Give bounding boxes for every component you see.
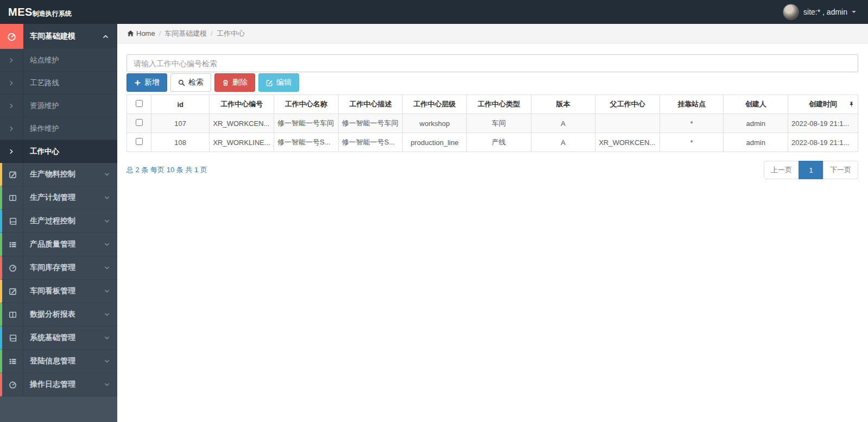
cell-id: 107 — [151, 114, 210, 133]
search-button-label: 检索 — [188, 78, 204, 87]
cell-create-time: 2022-08-19 21:1... — [788, 133, 858, 152]
app-logo[interactable]: MES制造执行系统 — [0, 6, 117, 18]
pin-icon[interactable] — [848, 102, 854, 108]
add-button[interactable]: 新增 — [126, 73, 167, 92]
trash-icon — [222, 79, 229, 86]
sidebar-item[interactable]: 车间看板管理 — [0, 280, 117, 303]
column-header[interactable]: 工作中心编号 — [210, 95, 274, 114]
breadcrumb-home-label: Home — [136, 29, 155, 37]
column-header-label: 版本 — [556, 100, 570, 108]
column-header[interactable]: 版本 — [531, 95, 595, 114]
book-icon — [2, 326, 23, 349]
user-menu[interactable]: site:* , admin — [783, 4, 868, 20]
sidebar-item[interactable]: 系统基础管理 — [0, 326, 117, 350]
column-header-label: 工作中心名称 — [285, 100, 327, 108]
sidebar-item-label: 操作日志管理 — [30, 380, 104, 389]
work-center-table: id 工作中心编号 工作中心名称 — [126, 95, 858, 152]
cell-site: * — [660, 133, 724, 152]
sidebar-submenu-item[interactable]: 站点维护 — [0, 49, 117, 72]
pagination-bar: 总 2 条 每页 10 条 共 1 页 上一页 1 下一页 — [126, 161, 858, 179]
column-header[interactable]: 工作中心描述 — [338, 95, 403, 114]
chevron-right-icon — [0, 95, 23, 117]
chevron-down-icon — [104, 195, 110, 200]
chevron-down-icon — [104, 172, 110, 177]
table-row[interactable]: 107 XR_WORKCEN... 修一智能一号车间 修一智能一号车间 work… — [127, 114, 858, 133]
column-header-label: 工作中心编号 — [220, 100, 263, 108]
select-all-checkbox[interactable] — [136, 100, 143, 107]
cell-level: workshop — [403, 114, 467, 133]
cell-parent: XR_WORKCEN... — [595, 133, 660, 152]
sidebar-submenu-item[interactable]: 操作维护 — [0, 117, 117, 140]
sidebar-item[interactable]: 生产物料控制 — [0, 163, 117, 186]
logo-text-rest: 制造执行系统 — [33, 10, 72, 17]
cell-version: A — [531, 114, 595, 133]
table-row[interactable]: 108 XR_WORKLINE... 修一智能一号S... 修一智能一号S...… — [127, 133, 858, 152]
sidebar-item[interactable]: 数据分析报表 — [0, 303, 117, 326]
column-header[interactable]: id — [151, 95, 210, 114]
chevron-down-icon — [104, 358, 110, 364]
pencil-square-icon — [2, 163, 23, 186]
chevron-down-icon — [104, 312, 110, 317]
sidebar-submenu-label: 站点维护 — [30, 55, 59, 65]
tachometer-icon — [2, 256, 23, 279]
breadcrumb-section[interactable]: 车间基础建模 — [164, 29, 207, 39]
sidebar-item[interactable]: 登陆信息管理 — [0, 350, 117, 373]
pager: 上一页 1 下一页 — [764, 161, 858, 179]
column-header[interactable]: 工作中心层级 — [403, 95, 467, 114]
sidebar-item[interactable]: 车间库存管理 — [0, 256, 117, 280]
sidebar-submenu-label: 资源维护 — [30, 101, 59, 111]
sidebar-submenu-item[interactable]: 资源维护 — [0, 95, 117, 117]
column-header[interactable]: 父工作中心 — [595, 95, 660, 114]
sidebar-item[interactable]: 产品质量管理 — [0, 233, 117, 256]
cell-site: * — [660, 114, 724, 133]
cell-name: 修一智能一号S... — [274, 133, 339, 152]
cell-creator: admin — [724, 114, 788, 133]
sidebar-item[interactable]: 操作日志管理 — [0, 373, 117, 396]
columns-icon — [2, 186, 23, 209]
row-checkbox[interactable] — [136, 119, 143, 126]
delete-button[interactable]: 删除 — [214, 73, 255, 92]
sidebar-submenu-item[interactable]: 工作中心 — [0, 140, 117, 163]
sidebar-submenu: 站点维护 工艺路线 资源维护 — [0, 49, 117, 163]
sidebar-group-workshop-modeling[interactable]: 车间基础建模 — [0, 24, 117, 49]
sidebar-item[interactable]: 生产计划管理 — [0, 186, 117, 210]
breadcrumb-home-link[interactable]: Home — [127, 29, 155, 37]
search-button[interactable]: 检索 — [170, 73, 211, 92]
column-header[interactable]: 工作中心类型 — [466, 95, 531, 114]
column-header-label: 工作中心描述 — [349, 100, 391, 108]
column-header[interactable]: 创建时间 — [788, 95, 858, 114]
sidebar-item[interactable]: 生产过程控制 — [0, 210, 117, 233]
sidebar-group-label: 车间基础建模 — [30, 32, 103, 41]
next-page-button[interactable]: 下一页 — [823, 161, 858, 179]
sidebar-submenu-label: 工艺路线 — [30, 78, 59, 88]
sidebar-item-label: 生产计划管理 — [30, 193, 104, 203]
plus-icon — [134, 79, 141, 86]
cell-code: XR_WORKCEN... — [210, 114, 274, 133]
prev-page-button[interactable]: 上一页 — [764, 161, 799, 179]
sidebar: 车间基础建模 站点维护 工艺路线 — [0, 24, 117, 422]
cell-type: 产线 — [466, 133, 531, 152]
table-header-row: id 工作中心编号 工作中心名称 — [127, 95, 858, 114]
column-header-label: 创建人 — [745, 100, 766, 108]
add-button-label: 新增 — [144, 78, 160, 87]
column-header[interactable]: 创建人 — [724, 95, 788, 114]
cell-id: 108 — [151, 133, 210, 152]
chevron-down-icon — [104, 242, 110, 247]
sidebar-submenu-label: 工作中心 — [30, 147, 59, 156]
select-all-header — [127, 95, 151, 114]
columns-icon — [2, 303, 23, 326]
column-header-label: 挂靠站点 — [677, 100, 706, 108]
column-header[interactable]: 工作中心名称 — [274, 95, 339, 114]
row-checkbox[interactable] — [136, 138, 143, 145]
sidebar-item-label: 系统基础管理 — [30, 333, 104, 343]
column-header[interactable]: 挂靠站点 — [660, 95, 724, 114]
edit-button[interactable]: 编辑 — [258, 73, 299, 92]
sidebar-submenu-item[interactable]: 工艺路线 — [0, 72, 117, 95]
search-icon — [178, 79, 185, 86]
breadcrumb-separator: / — [211, 29, 213, 37]
page-1-button[interactable]: 1 — [799, 161, 823, 179]
chevron-up-icon — [103, 34, 109, 40]
pencil-square-icon — [2, 280, 23, 303]
sidebar-item-label: 登陆信息管理 — [30, 356, 104, 366]
search-input[interactable] — [126, 54, 858, 72]
